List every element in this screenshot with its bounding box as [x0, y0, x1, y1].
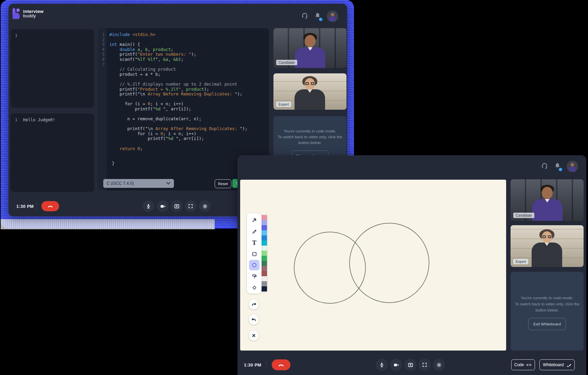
- palette-swatch[interactable]: [261, 230, 267, 235]
- pencil-icon: [252, 229, 257, 234]
- candidate-label: Candidate: [276, 60, 297, 65]
- palette-swatch[interactable]: [261, 215, 267, 220]
- chevron-down-icon: [166, 181, 171, 186]
- divider: [36, 202, 37, 211]
- whiteboard-toolbar: T: [247, 213, 262, 293]
- mode-message-line2: To switch back to video only, click the: [273, 134, 346, 140]
- microphone-icon: [379, 362, 385, 368]
- interviewbuddy-logo-icon: [12, 8, 21, 19]
- whiteboard-mode-button[interactable]: Whiteboard: [539, 359, 575, 370]
- palette-swatch[interactable]: [261, 271, 267, 276]
- screen-share-button[interactable]: [404, 359, 416, 371]
- app-logo-text: interview buddy: [23, 9, 43, 18]
- user-avatar[interactable]: [327, 11, 338, 22]
- candidate-label: Candidate: [513, 213, 534, 218]
- camera-icon: [160, 203, 166, 209]
- palette-swatch[interactable]: [261, 251, 267, 256]
- code-mode-panel: You're currently in code mode. To switch…: [511, 272, 584, 351]
- palette-swatch[interactable]: [261, 220, 267, 225]
- fullscreen-button[interactable]: [185, 200, 196, 212]
- microphone-button[interactable]: [376, 359, 388, 371]
- clear-board-button[interactable]: ×: [249, 331, 259, 341]
- screen-share-icon: [408, 362, 413, 368]
- tool-circle-button[interactable]: [249, 260, 260, 270]
- stdout-text: Hello Judge0!: [23, 118, 55, 122]
- video-thumbnail-expert: Expert: [273, 73, 346, 110]
- fullscreen-button[interactable]: [418, 359, 431, 371]
- headset-icon[interactable]: [301, 12, 308, 21]
- mode-message-line1: You're currently in code mode.: [511, 295, 584, 301]
- gear-icon: [202, 203, 208, 209]
- tool-arrow-button[interactable]: [249, 215, 260, 226]
- settings-button[interactable]: [433, 359, 445, 371]
- redo-button[interactable]: [249, 299, 259, 309]
- mode-message-line3: button below.: [511, 307, 584, 313]
- circle-icon: [251, 262, 257, 268]
- palette-swatch[interactable]: [261, 240, 267, 246]
- palette-swatch[interactable]: [261, 266, 267, 271]
- microphone-icon: [146, 203, 151, 209]
- redo-icon: [251, 302, 257, 307]
- palette-swatch[interactable]: [261, 256, 267, 261]
- palette-swatch[interactable]: [261, 276, 267, 281]
- notifications-bell-icon[interactable]: [554, 162, 561, 171]
- palette-swatch[interactable]: [261, 235, 267, 240]
- mode-message-line3: button below.: [273, 140, 346, 146]
- exit-whiteboard-button[interactable]: Exit Whiteboard: [528, 318, 566, 330]
- rectangle-icon: [252, 251, 257, 257]
- editor-gutter: 1234567: [98, 28, 107, 191]
- eraser-icon: [252, 285, 257, 290]
- microphone-button[interactable]: [143, 200, 154, 212]
- screen-share-icon: [174, 203, 180, 209]
- language-select[interactable]: C (GCC 7.4.0): [103, 179, 174, 188]
- reset-button[interactable]: Reset: [215, 179, 231, 188]
- palette-swatch[interactable]: [261, 281, 267, 286]
- tool-rectangle-button[interactable]: [249, 249, 260, 259]
- arrow-icon: [251, 217, 257, 223]
- screen: interview buddy 1: [0, 0, 588, 375]
- color-palette: [261, 215, 267, 291]
- meeting-time: 1:30 PM: [16, 204, 34, 209]
- settings-button[interactable]: [199, 200, 211, 212]
- close-icon: ×: [252, 333, 256, 339]
- palette-swatch[interactable]: [261, 246, 267, 251]
- fullscreen-icon: [188, 203, 193, 209]
- notifications-bell-icon[interactable]: [314, 12, 321, 21]
- hang-up-icon: [278, 362, 284, 368]
- stdin-panel[interactable]: 1: [11, 29, 94, 108]
- tool-pencil-button[interactable]: [249, 226, 260, 237]
- tool-roller-button[interactable]: [249, 271, 260, 282]
- camera-button[interactable]: [157, 200, 168, 212]
- whiteboard-window: T ×: [237, 155, 586, 375]
- paint-roller-icon: [252, 274, 257, 279]
- undo-icon: [251, 317, 257, 323]
- tool-text-button[interactable]: T: [249, 237, 260, 248]
- video-thumbnail-candidate: Candidate: [511, 179, 584, 221]
- whiteboard-canvas[interactable]: [240, 180, 506, 351]
- fullscreen-icon: [422, 362, 427, 368]
- headset-icon[interactable]: [541, 162, 548, 171]
- tool-eraser-button[interactable]: [249, 282, 260, 293]
- app-logo: interview buddy: [12, 8, 43, 19]
- text-tool-icon: T: [252, 239, 256, 246]
- notification-dot: [559, 168, 562, 171]
- undo-button[interactable]: [249, 315, 259, 325]
- camera-button[interactable]: [390, 359, 402, 371]
- palette-swatch[interactable]: [261, 286, 267, 291]
- code-brackets-icon: <>: [526, 363, 532, 367]
- hang-up-button[interactable]: [272, 359, 290, 370]
- gear-icon: [436, 362, 442, 368]
- editor-code-text: #include <stdio.h>int main() { double a,…: [109, 32, 247, 166]
- meeting-time: 1:30 PM: [244, 362, 261, 368]
- mode-message-line2: To switch back to video only, click the: [511, 301, 584, 307]
- stdout-panel[interactable]: 1 Hello Judge0!: [11, 113, 94, 192]
- screen-share-button[interactable]: [171, 200, 182, 212]
- expert-label: Expert: [276, 102, 291, 107]
- scribble-pen-icon: [566, 362, 571, 368]
- user-avatar[interactable]: [567, 161, 578, 172]
- hang-up-button[interactable]: [41, 201, 59, 211]
- code-mode-button[interactable]: Code<>: [511, 359, 535, 370]
- palette-swatch[interactable]: [261, 225, 267, 230]
- hang-up-icon: [47, 204, 53, 209]
- palette-swatch[interactable]: [261, 261, 267, 266]
